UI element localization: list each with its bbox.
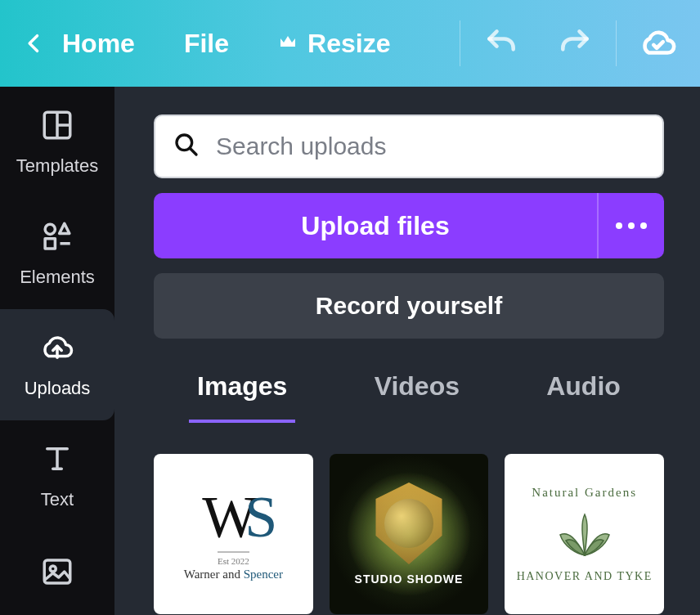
ng-sub-text: HANOVER AND TYKE	[517, 570, 653, 583]
chevron-left-icon	[23, 28, 46, 59]
sidebar-item-label: Elements	[20, 267, 95, 288]
svg-point-3	[45, 224, 55, 234]
cloud-check-icon[interactable]	[639, 25, 677, 62]
svg-rect-5	[45, 239, 55, 249]
top-right-group	[437, 20, 677, 66]
ws-logo: WS	[202, 487, 264, 546]
upload-thumb[interactable]: STUDIO SHODWE	[330, 454, 489, 614]
record-yourself-label: Record yourself	[316, 292, 502, 320]
svg-point-13	[50, 566, 56, 572]
ng-arc-text: Natural Gardens	[532, 486, 637, 500]
crown-icon	[278, 29, 298, 59]
templates-icon	[40, 108, 74, 146]
sidebar-item-label: Text	[41, 489, 74, 510]
text-icon	[40, 442, 74, 479]
upload-files-button[interactable]: Upload files	[154, 193, 599, 258]
sidebar-item-elements[interactable]: Elements	[0, 198, 114, 309]
tab-images[interactable]: Images	[189, 371, 295, 423]
uploads-icon	[40, 330, 74, 368]
elements-icon	[40, 219, 74, 257]
file-menu[interactable]: File	[184, 29, 229, 59]
sidebar-item-photos[interactable]	[0, 532, 114, 615]
sidebar-item-text[interactable]: Text	[0, 420, 114, 532]
ws-est: Est 2022	[218, 551, 249, 566]
undo-button[interactable]	[483, 25, 519, 61]
top-left-group: Home File Resize	[23, 28, 390, 59]
svg-marker-4	[60, 223, 70, 233]
search-box[interactable]	[154, 114, 664, 178]
home-label: Home	[62, 29, 135, 59]
search-icon	[173, 132, 200, 161]
svg-line-15	[190, 148, 196, 155]
upload-row: Upload files	[154, 193, 664, 258]
sidebar-item-uploads[interactable]: Uploads	[0, 309, 114, 420]
top-bar: Home File Resize	[0, 0, 700, 87]
sidebar-item-templates[interactable]: Templates	[0, 87, 114, 198]
resize-label: Resize	[307, 29, 390, 59]
shodwe-label: STUDIO SHODWE	[355, 572, 464, 586]
uploads-panel: Upload files Record yourself Images Vide…	[114, 87, 700, 615]
search-input[interactable]	[216, 132, 644, 160]
upload-thumbnails: WS Est 2022 Warner and Spencer STUDIO SH…	[154, 454, 664, 614]
shield-icon	[372, 483, 446, 564]
svg-rect-12	[44, 560, 70, 583]
media-tabs: Images Videos Audio	[154, 371, 664, 423]
redo-button[interactable]	[557, 25, 593, 61]
sidebar-item-label: Uploads	[25, 378, 91, 399]
upload-thumb[interactable]: Natural Gardens HANOVER AND TYKE	[505, 454, 664, 614]
tab-audio[interactable]: Audio	[538, 371, 629, 423]
sidebar: Templates Elements Uploads Text	[0, 87, 114, 615]
main-area: Templates Elements Uploads Text	[0, 87, 700, 615]
ellipsis-icon	[616, 222, 647, 229]
plant-icon	[548, 506, 621, 563]
sidebar-item-label: Templates	[16, 155, 98, 177]
separator	[616, 20, 617, 66]
home-button[interactable]: Home	[23, 28, 135, 59]
upload-options-button[interactable]	[599, 193, 664, 258]
ws-name: Warner and Spencer	[184, 568, 283, 581]
record-yourself-button[interactable]: Record yourself	[154, 273, 664, 339]
separator	[460, 20, 460, 66]
resize-button[interactable]: Resize	[278, 29, 390, 59]
upload-files-label: Upload files	[301, 211, 449, 241]
upload-thumb[interactable]: WS Est 2022 Warner and Spencer	[154, 454, 313, 614]
tab-videos[interactable]: Videos	[366, 371, 468, 423]
photos-icon	[40, 554, 74, 592]
